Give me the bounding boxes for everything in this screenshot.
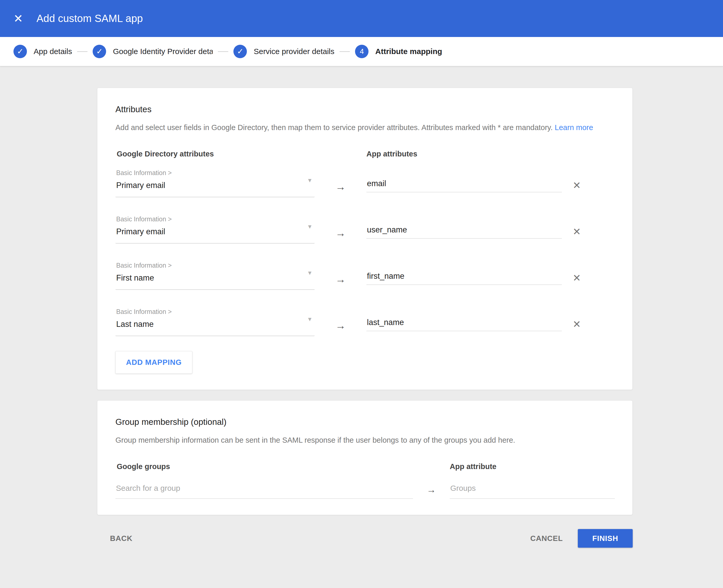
- attribute-category-label: Basic Information >: [115, 308, 315, 315]
- app-attribute-field: [366, 215, 562, 244]
- app-attribute-header: App attribute: [450, 462, 615, 471]
- remove-cell: ✕: [562, 262, 614, 290]
- attribute-category-label: Basic Information >: [115, 262, 315, 269]
- step-connector: [218, 51, 228, 52]
- mapping-arrow: →: [315, 262, 366, 290]
- group-arrow: →: [413, 484, 450, 499]
- step-app-details[interactable]: ✓ App details: [14, 45, 72, 58]
- step-attribute-mapping[interactable]: 4 Attribute mapping: [355, 45, 442, 58]
- step-label: Service provider details: [254, 47, 334, 56]
- dropdown-arrow-icon: ▼: [307, 224, 313, 230]
- page-title: Add custom SAML app: [37, 13, 143, 24]
- close-icon[interactable]: ✕: [14, 13, 23, 24]
- attributes-card-description: Add and select user fields in Google Dir…: [115, 123, 614, 133]
- remove-mapping-icon[interactable]: ✕: [573, 319, 581, 329]
- directory-attribute-value: Primary email: [116, 181, 165, 190]
- main-content: Attributes Add and select user fields in…: [0, 66, 723, 563]
- learn-more-link[interactable]: Learn more: [555, 123, 593, 132]
- group-mapping-row: →: [115, 484, 614, 499]
- step-connector: [77, 51, 87, 52]
- app-attribute-input[interactable]: [366, 318, 562, 331]
- group-search-input[interactable]: [115, 484, 413, 499]
- app-attribute-input[interactable]: [366, 272, 562, 285]
- remove-cell: ✕: [562, 169, 614, 197]
- mapping-row: Basic Information > Primary email ▼ → ✕: [115, 215, 614, 244]
- attribute-category-label: Basic Information >: [115, 169, 315, 176]
- mapping-row: Basic Information > First name ▼ → ✕: [115, 262, 614, 290]
- mapping-arrow: →: [315, 169, 366, 197]
- wizard-stepper: ✓ App details ✓ Google Identity Provider…: [0, 37, 723, 66]
- group-column-headers: Google groups App attribute: [115, 462, 614, 471]
- right-arrow-icon: →: [335, 227, 346, 239]
- group-card-description: Group membership information can be sent…: [115, 435, 614, 445]
- mapping-rows: Basic Information > Primary email ▼ → ✕: [115, 169, 614, 336]
- app-attribute-field: [366, 169, 562, 197]
- right-arrow-icon: →: [335, 181, 346, 193]
- step-connector: [340, 51, 350, 52]
- mapping-arrow: →: [315, 308, 366, 336]
- google-directory-attributes-header: Google Directory attributes: [115, 150, 315, 158]
- group-card-title: Group membership (optional): [115, 417, 614, 427]
- remove-mapping-icon[interactable]: ✕: [573, 181, 581, 190]
- app-attribute-input[interactable]: [366, 225, 562, 239]
- finish-button[interactable]: FINISH: [578, 529, 633, 548]
- attributes-card: Attributes Add and select user fields in…: [97, 88, 633, 390]
- step-completed-icon: ✓: [14, 45, 27, 58]
- step-completed-icon: ✓: [93, 45, 106, 58]
- remove-mapping-icon[interactable]: ✕: [573, 273, 581, 283]
- directory-attribute-select[interactable]: Basic Information > Last name ▼: [115, 308, 315, 336]
- mapping-row: Basic Information > Primary email ▼ → ✕: [115, 169, 614, 197]
- right-arrow-icon: →: [427, 484, 436, 495]
- mapping-column-headers: Google Directory attributes App attribut…: [115, 150, 614, 158]
- right-arrow-icon: →: [335, 320, 346, 332]
- app-attribute-field: [366, 262, 562, 290]
- directory-attribute-select[interactable]: Basic Information > Primary email ▼: [115, 215, 315, 244]
- back-button[interactable]: BACK: [110, 534, 133, 543]
- google-groups-header: Google groups: [115, 462, 413, 471]
- attributes-card-title: Attributes: [115, 104, 614, 114]
- step-label: App details: [34, 47, 72, 56]
- app-attributes-header: App attributes: [366, 150, 562, 158]
- group-membership-card: Group membership (optional) Group member…: [97, 400, 633, 515]
- mapping-row: Basic Information > Last name ▼ → ✕: [115, 308, 614, 336]
- dropdown-arrow-icon: ▼: [307, 177, 313, 184]
- step-label: Attribute mapping: [375, 47, 442, 56]
- step-service-provider-details[interactable]: ✓ Service provider details: [234, 45, 334, 58]
- app-attribute-input[interactable]: [366, 179, 562, 192]
- directory-attribute-value: First name: [116, 273, 154, 282]
- group-search-field: [115, 484, 413, 499]
- dropdown-arrow-icon: ▼: [307, 316, 313, 323]
- spacer: [413, 462, 450, 471]
- right-arrow-icon: →: [335, 274, 346, 285]
- groups-attribute-field: [450, 484, 615, 499]
- remove-cell: ✕: [562, 215, 614, 244]
- step-google-idp-details[interactable]: ✓ Google Identity Provider details: [93, 45, 213, 58]
- dialog-header: ✕ Add custom SAML app: [0, 0, 723, 37]
- dropdown-arrow-icon: ▼: [307, 270, 313, 276]
- groups-attribute-input[interactable]: [450, 484, 615, 499]
- cancel-button[interactable]: CANCEL: [530, 534, 563, 543]
- directory-attribute-select[interactable]: Basic Information > First name ▼: [115, 262, 315, 290]
- directory-attribute-select[interactable]: Basic Information > Primary email ▼: [115, 169, 315, 197]
- step-label: Google Identity Provider details: [113, 47, 213, 56]
- spacer: [315, 150, 366, 158]
- remove-cell: ✕: [562, 308, 614, 336]
- app-attribute-field: [366, 308, 562, 336]
- step-completed-icon: ✓: [234, 45, 247, 58]
- mapping-arrow: →: [315, 215, 366, 244]
- step-number-icon: 4: [355, 45, 368, 58]
- attribute-category-label: Basic Information >: [115, 215, 315, 223]
- remove-mapping-icon[interactable]: ✕: [573, 227, 581, 237]
- add-mapping-button[interactable]: ADD MAPPING: [115, 351, 192, 374]
- directory-attribute-value: Primary email: [116, 227, 165, 236]
- directory-attribute-value: Last name: [116, 320, 154, 329]
- footer-actions: BACK CANCEL FINISH: [97, 529, 633, 563]
